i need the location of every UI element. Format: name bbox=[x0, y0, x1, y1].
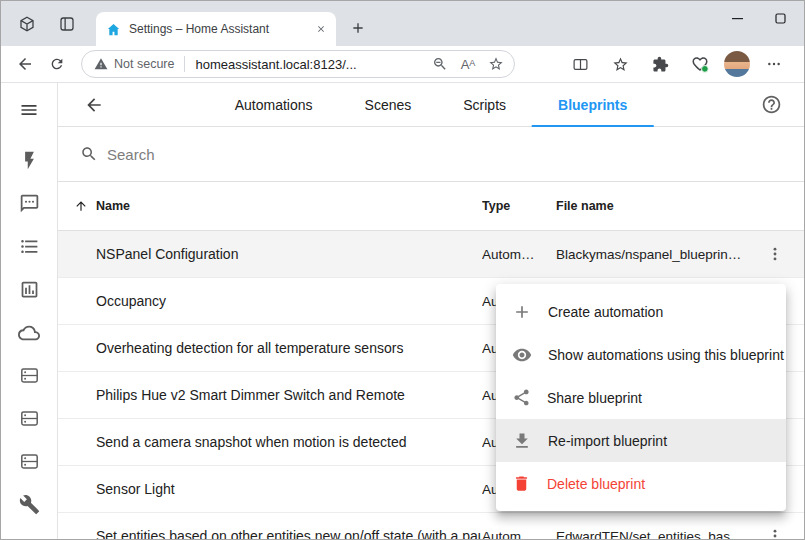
search-bar bbox=[58, 127, 804, 182]
row-name: Occupancy bbox=[58, 278, 482, 325]
menu-item-label: Re-import blueprint bbox=[548, 433, 667, 449]
column-header-file[interactable]: File name bbox=[556, 199, 760, 213]
column-header-type[interactable]: Type bbox=[482, 199, 556, 213]
sidebar-nav bbox=[1, 139, 57, 526]
menu-item-create-automation[interactable]: Create automation bbox=[496, 290, 786, 333]
row-file: Blackymas/nspanel_blueprin… bbox=[556, 247, 760, 262]
zoom-out-icon[interactable] bbox=[427, 51, 453, 77]
share-icon bbox=[512, 388, 531, 407]
blueprint-context-menu: Create automation Show automations using… bbox=[496, 284, 786, 511]
profile-avatar[interactable] bbox=[724, 51, 750, 77]
table-row[interactable]: NSPanel Configuration Autom… Blackymas/n… bbox=[58, 231, 804, 278]
row-type: Autom… bbox=[482, 247, 556, 262]
sidebar-logbook-icon[interactable] bbox=[1, 225, 57, 268]
row-name: NSPanel Configuration bbox=[58, 231, 482, 278]
favorite-star-icon[interactable] bbox=[483, 51, 509, 77]
refresh-icon[interactable] bbox=[41, 49, 73, 79]
not-secure-warning-icon bbox=[94, 57, 108, 71]
table-row[interactable]: Set entities based on other entities new… bbox=[58, 513, 804, 539]
tab-close-icon[interactable] bbox=[312, 20, 330, 38]
sidebar-tools-icon[interactable] bbox=[1, 483, 57, 526]
help-icon[interactable] bbox=[758, 92, 784, 118]
menu-item-reimport-blueprint[interactable]: Re-import blueprint bbox=[496, 419, 786, 462]
home-assistant-favicon bbox=[106, 22, 121, 37]
sidebar-menu-icon[interactable] bbox=[11, 92, 47, 128]
eye-icon bbox=[512, 345, 532, 365]
sidebar-assist-icon[interactable] bbox=[1, 182, 57, 225]
row-overflow-menu-icon[interactable] bbox=[760, 521, 790, 539]
browser-tab[interactable]: Settings – Home Assistant bbox=[96, 12, 336, 46]
row-name: Sensor Light bbox=[58, 466, 482, 513]
split-screen-icon[interactable] bbox=[564, 49, 596, 79]
row-name: Set entities based on other entities new… bbox=[58, 513, 482, 540]
menu-item-label: Share blueprint bbox=[547, 390, 642, 406]
sidebar-energy-icon[interactable] bbox=[1, 139, 57, 182]
ha-sidebar bbox=[1, 83, 58, 539]
row-overflow-menu-icon[interactable] bbox=[760, 239, 790, 269]
row-name: Overheating detection for all temperatur… bbox=[58, 325, 482, 372]
table-header: Name Type File name bbox=[58, 182, 804, 231]
site-security-chip[interactable]: Not secure bbox=[94, 57, 174, 71]
url-text: homeassistant.local:8123/... bbox=[195, 57, 356, 72]
tab-blueprints[interactable]: Blueprints bbox=[532, 83, 653, 127]
sort-ascending-icon bbox=[74, 199, 88, 213]
plus-icon bbox=[512, 302, 532, 322]
browser-essentials-icon[interactable] bbox=[684, 49, 716, 79]
window-controls bbox=[716, 1, 802, 35]
tab-automations[interactable]: Automations bbox=[209, 83, 339, 127]
sidebar-history-icon[interactable] bbox=[1, 268, 57, 311]
sidebar-server-icon-2[interactable] bbox=[1, 397, 57, 440]
search-icon bbox=[80, 145, 98, 163]
workspaces-icon[interactable] bbox=[18, 15, 36, 33]
browser-toolbar: Not secure homeassistant.local:8123/... … bbox=[1, 46, 804, 83]
maximize-button[interactable] bbox=[759, 1, 802, 35]
tab-scenes[interactable]: Scenes bbox=[339, 83, 438, 127]
back-icon[interactable] bbox=[9, 49, 41, 79]
column-header-name[interactable]: Name bbox=[58, 199, 482, 213]
menu-item-label: Show automations using this blueprint bbox=[548, 347, 784, 363]
column-header-name-label: Name bbox=[96, 199, 130, 213]
ha-nav-tabs: Automations Scenes Scripts Blueprints bbox=[209, 83, 654, 127]
minimize-button[interactable] bbox=[716, 1, 759, 35]
extensions-icon[interactable] bbox=[644, 49, 676, 79]
toolbar-right-icons bbox=[564, 49, 796, 79]
search-input[interactable] bbox=[107, 146, 804, 163]
tab-title: Settings – Home Assistant bbox=[129, 22, 304, 36]
browser-window: Settings – Home Assistant bbox=[0, 0, 805, 540]
tab-scripts[interactable]: Scripts bbox=[437, 83, 532, 127]
titlebar-left-icons bbox=[1, 1, 76, 46]
ha-header: Automations Scenes Scripts Blueprints bbox=[58, 83, 804, 127]
menu-item-show-automations[interactable]: Show automations using this blueprint bbox=[496, 333, 786, 376]
row-name: Philips Hue v2 Smart Dimmer Switch and R… bbox=[58, 372, 482, 419]
sidebar-server-icon-3[interactable] bbox=[1, 440, 57, 483]
row-name: Send a camera snapshot when motion is de… bbox=[58, 419, 482, 466]
sidebar-cloud-icon[interactable] bbox=[1, 311, 57, 354]
menu-item-label: Delete blueprint bbox=[547, 476, 645, 492]
vertical-tabs-icon[interactable] bbox=[58, 15, 76, 33]
sidebar-server-icon-1[interactable] bbox=[1, 354, 57, 397]
security-label: Not secure bbox=[114, 57, 174, 71]
import-download-icon bbox=[512, 431, 532, 451]
text-size-icon[interactable]: AA bbox=[455, 51, 481, 77]
address-bar[interactable]: Not secure homeassistant.local:8123/... … bbox=[81, 50, 515, 78]
ha-back-icon[interactable] bbox=[78, 89, 110, 121]
address-divider bbox=[184, 56, 185, 72]
menu-item-share-blueprint[interactable]: Share blueprint bbox=[496, 376, 786, 419]
browser-titlebar: Settings – Home Assistant bbox=[1, 1, 804, 46]
browser-menu-icon[interactable] bbox=[758, 49, 790, 79]
menu-item-label: Create automation bbox=[548, 304, 663, 320]
favorites-icon[interactable] bbox=[604, 49, 636, 79]
row-file: EdwardTEN/set_entities_bas… bbox=[556, 529, 760, 540]
trash-icon bbox=[512, 474, 531, 493]
new-tab-button[interactable] bbox=[345, 15, 371, 41]
menu-item-delete-blueprint[interactable]: Delete blueprint bbox=[496, 462, 786, 505]
row-type: Autom… bbox=[482, 529, 556, 540]
